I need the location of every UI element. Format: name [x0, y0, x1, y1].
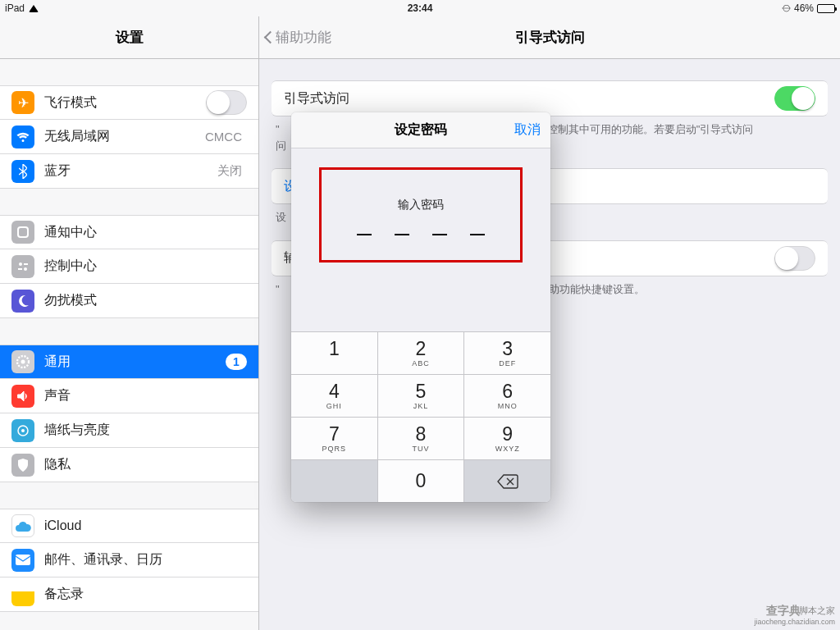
sidebar-item-dnd[interactable]: 勿扰模式	[0, 284, 258, 318]
keypad-key-1[interactable]: 1	[291, 331, 378, 374]
keypad-key-3[interactable]: 3DEF	[464, 331, 550, 374]
sidebar-item-icloud[interactable]: iCloud	[0, 509, 258, 543]
sidebar-item-wifi[interactable]: 无线局域网 CMCC	[0, 120, 258, 154]
notes-icon	[11, 583, 34, 606]
backspace-icon	[497, 474, 518, 489]
status-bar: iPad 23:44 ⦵ 46%	[0, 0, 840, 16]
wallpaper-icon	[11, 419, 34, 442]
passcode-prompt: 输入密码	[398, 198, 444, 212]
sidebar-item-bluetooth[interactable]: 蓝牙 关闭	[0, 154, 258, 189]
control-center-icon	[11, 255, 34, 278]
sidebar-item-sounds[interactable]: 声音	[0, 379, 258, 413]
svg-point-7	[21, 429, 25, 432]
page-title: 引导式访问	[259, 28, 840, 47]
notifications-icon	[11, 221, 34, 244]
airplane-icon: ✈	[11, 91, 34, 114]
sidebar-item-label: iCloud	[44, 518, 81, 533]
airplane-toggle[interactable]	[206, 90, 247, 115]
sidebar-item-label: 邮件、通讯录、日历	[44, 551, 162, 568]
badge: 1	[226, 354, 247, 370]
svg-rect-3	[18, 268, 22, 270]
numeric-keypad: 1 2ABC 3DEF 4GHI 5JKL 6MNO 7PQRS 8TUV 9W…	[291, 331, 550, 502]
highlight-box: 输入密码	[319, 167, 523, 262]
sidebar-item-privacy[interactable]: 隐私	[0, 448, 258, 482]
sidebar-item-label: 通知中心	[44, 224, 97, 241]
icloud-icon	[11, 514, 34, 537]
guided-access-cell[interactable]: 引导式访问	[272, 80, 828, 116]
sidebar-item-mail[interactable]: 邮件、通讯录、日历	[0, 543, 258, 578]
cell-label: 引导式访问	[284, 90, 349, 107]
mail-icon	[11, 549, 34, 572]
keypad-key-2[interactable]: 2ABC	[378, 331, 465, 374]
sidebar-item-control-center[interactable]: 控制中心	[0, 249, 258, 284]
svg-rect-8	[16, 555, 30, 565]
sidebar-item-wallpaper[interactable]: 墙纸与亮度	[0, 413, 258, 448]
keypad-key-backspace[interactable]	[464, 459, 550, 502]
sidebar-item-label: 隐私	[44, 456, 71, 473]
keypad-key-4[interactable]: 4GHI	[291, 374, 378, 417]
sidebar-item-label: 控制中心	[44, 258, 97, 275]
bluetooth-icon	[11, 160, 34, 183]
sidebar-item-notifications[interactable]: 通知中心	[0, 215, 258, 249]
settings-sidebar: 设置 ✈ 飞行模式 无线局域网 CMCC 蓝牙 关闭 通知中心 控制中心	[0, 16, 259, 630]
gear-icon	[11, 350, 34, 373]
dnd-icon	[11, 290, 34, 313]
wifi-settings-icon	[11, 126, 34, 148]
svg-rect-1	[24, 263, 28, 265]
sidebar-item-label: 通用	[44, 354, 71, 371]
sidebar-item-value: CMCC	[205, 130, 247, 144]
keypad-key-5[interactable]: 5JKL	[378, 374, 465, 417]
keypad-key-7[interactable]: 7PQRS	[291, 417, 378, 459]
keypad-key-9[interactable]: 9WXYZ	[464, 417, 550, 459]
sidebar-item-airplane[interactable]: ✈ 飞行模式	[0, 85, 258, 120]
svg-point-0	[19, 262, 22, 266]
cancel-button[interactable]: 取消	[514, 121, 541, 139]
detail-header: 辅助功能 引导式访问	[259, 16, 840, 59]
sidebar-item-notes[interactable]: 备忘录	[0, 578, 258, 612]
battery-icon	[817, 4, 835, 13]
keypad-key-empty	[291, 459, 378, 502]
sidebar-item-label: 勿扰模式	[44, 292, 97, 309]
keypad-key-0[interactable]: 0	[378, 459, 465, 502]
svg-point-5	[21, 360, 25, 364]
passcode-dots	[357, 234, 485, 235]
sounds-icon	[11, 385, 34, 408]
sidebar-item-general[interactable]: 通用 1	[0, 345, 258, 379]
passcode-modal: 设定密码 取消 输入密码 1 2ABC 3DEF 4GHI 5JKL 6MNO …	[291, 112, 550, 502]
clock: 23:44	[0, 2, 840, 14]
sidebar-title: 设置	[0, 16, 258, 59]
sidebar-item-value: 关闭	[217, 163, 247, 179]
accessibility-shortcut-toggle[interactable]	[774, 246, 815, 271]
guided-access-toggle[interactable]	[774, 86, 815, 111]
sidebar-item-label: 无线局域网	[44, 128, 110, 145]
sidebar-item-label: 声音	[44, 387, 71, 404]
sidebar-item-label: 蓝牙	[44, 162, 71, 180]
keypad-key-6[interactable]: 6MNO	[464, 374, 550, 417]
sidebar-item-label: 墙纸与亮度	[44, 422, 110, 439]
watermark-text: 脚本之家jiaocheng.chazidian.com	[754, 605, 835, 627]
sidebar-item-label: 备忘录	[44, 586, 84, 603]
modal-header: 设定密码 取消	[291, 112, 550, 148]
modal-title: 设定密码	[395, 121, 447, 139]
svg-point-2	[24, 267, 27, 271]
sidebar-item-label: 飞行模式	[44, 94, 97, 112]
privacy-icon	[11, 454, 34, 477]
keypad-key-8[interactable]: 8TUV	[378, 417, 465, 459]
